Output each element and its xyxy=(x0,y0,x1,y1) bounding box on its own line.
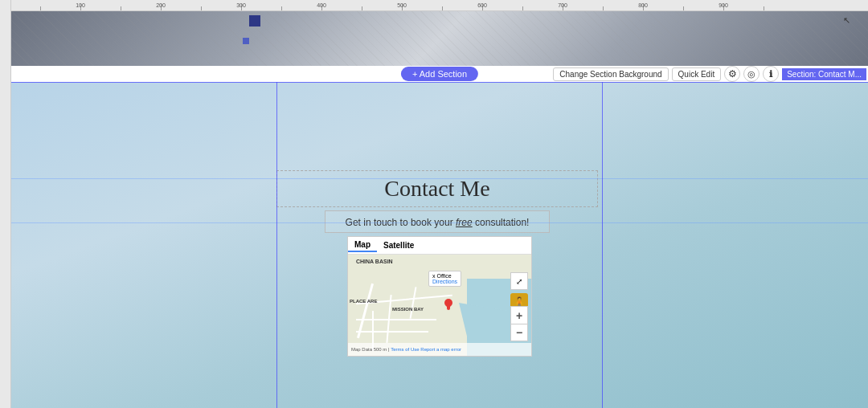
map-popup: x Office Directions xyxy=(428,271,461,287)
terms-link[interactable]: Terms of Use xyxy=(391,347,419,352)
ruler-marks: 100 200 300 400 500 600 700 800 900 xyxy=(0,0,868,10)
map-road-5 xyxy=(410,287,417,319)
quick-edit-button[interactable]: Quick Edit xyxy=(672,67,722,81)
ruler-left xyxy=(0,0,11,408)
zoom-in-button[interactable]: + xyxy=(510,306,528,324)
guide-line-vertical-left xyxy=(276,82,277,408)
add-section-button[interactable]: + Add Section xyxy=(401,67,478,81)
expand-icon: ⤢ xyxy=(516,277,522,286)
info-icon-button[interactable]: ℹ xyxy=(763,66,779,82)
logo-square-dark xyxy=(249,15,260,27)
map-toolbar: Map Satellite xyxy=(348,237,531,255)
contact-section: Contact Me Get in touch to book your fre… xyxy=(11,82,868,408)
guide-line-vertical-right xyxy=(602,82,603,408)
contact-title: Contact Me xyxy=(384,176,489,201)
ruler-top: 100 200 300 400 500 600 700 800 900 xyxy=(0,0,868,11)
map-label-china-basin: CHINA BASIN xyxy=(356,259,393,264)
section-toolbar: Change Section Background Quick Edit ⚙ ◎… xyxy=(553,66,868,82)
contact-title-wrapper: Contact Me xyxy=(276,170,598,207)
directions-link[interactable]: Directions xyxy=(432,279,457,284)
section-label: Section: Contact M... xyxy=(782,68,866,80)
map-label-mission-bay: MISSION BAY xyxy=(392,307,424,312)
hide-icon-button[interactable]: ◎ xyxy=(743,66,760,82)
map-zoom-controls: + − xyxy=(510,306,528,341)
map-tab-map[interactable]: Map xyxy=(348,239,377,252)
map-marker xyxy=(444,299,452,310)
map-visual: CHINA BASIN PLACE ARE MISSION BAY x Offi… xyxy=(348,255,531,356)
inner-guide-h2 xyxy=(11,222,868,223)
logo-square-light xyxy=(243,38,249,44)
map-distance-label: 500 m xyxy=(374,347,387,352)
map-footer: Map Data 500 m | Terms of Use Report a m… xyxy=(348,343,531,356)
logo-area xyxy=(249,15,262,33)
change-background-button[interactable]: Change Section Background xyxy=(553,67,668,81)
map-road-7 xyxy=(356,331,428,333)
zoom-out-button[interactable]: − xyxy=(510,324,528,341)
map-expand-button[interactable]: ⤢ xyxy=(510,272,528,290)
top-image-section xyxy=(11,11,868,66)
canvas-area: ↖ + Add Section Change Section Backgroun… xyxy=(11,11,868,408)
cursor-indicator: ↖ xyxy=(843,15,850,26)
report-link[interactable]: Report a map error xyxy=(420,347,461,352)
popup-text: x Office xyxy=(432,273,452,279)
map-data-label: Map Data xyxy=(351,347,372,352)
contact-subtitle-wrapper: Get in touch to book your free consultat… xyxy=(325,210,550,233)
map-tab-satellite[interactable]: Satellite xyxy=(377,239,420,251)
inner-guide-h1 xyxy=(11,178,868,179)
map-container: Map Satellite CHINA BASIN PLACE ARE xyxy=(347,236,532,357)
map-road-4 xyxy=(356,319,436,320)
map-road-1 xyxy=(357,284,374,338)
map-label-place: PLACE ARE xyxy=(350,299,377,304)
guide-line-horizontal xyxy=(11,82,868,83)
settings-icon-button[interactable]: ⚙ xyxy=(724,66,740,82)
image-texture-overlay xyxy=(11,11,868,66)
